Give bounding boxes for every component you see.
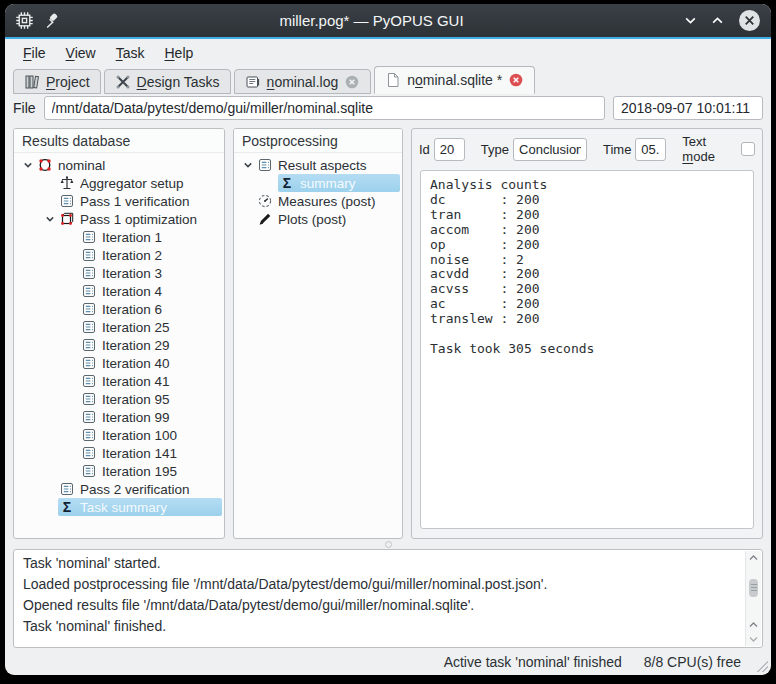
menu-item-task[interactable]: Task bbox=[108, 42, 153, 64]
tree-item-iteration-25[interactable]: Iteration 25 bbox=[14, 318, 224, 336]
tree-item-body: Pass 1 optimization bbox=[58, 210, 222, 228]
list-icon bbox=[81, 247, 97, 263]
menu-item-view[interactable]: View bbox=[58, 42, 104, 64]
tab-bar: ProjectDesign Tasksnominal.lognominal.sq… bbox=[5, 66, 771, 94]
tab-close-button[interactable] bbox=[508, 72, 524, 88]
record-content-view[interactable]: Analysis counts dc : 200 tran : 200 acco… bbox=[420, 170, 754, 529]
tree-item-task-summary[interactable]: ΣTask summary bbox=[14, 498, 224, 516]
time-field[interactable] bbox=[635, 138, 666, 161]
scrollbar-thumb[interactable] bbox=[749, 579, 758, 597]
tree-item-label: Task summary bbox=[80, 500, 167, 515]
tree-item-iteration-4[interactable]: Iteration 4 bbox=[14, 282, 224, 300]
pin-icon[interactable] bbox=[44, 13, 59, 28]
tree-item-body: Iteration 40 bbox=[80, 354, 222, 372]
tree-expander-icon[interactable] bbox=[240, 160, 256, 170]
type-label: Type bbox=[481, 142, 509, 157]
tree-item-label: Iteration 95 bbox=[102, 392, 170, 407]
scroll-up-icon[interactable] bbox=[746, 551, 761, 565]
label-part: n bbox=[407, 72, 415, 88]
record-panel: Id Type Time Text mode Analysis counts d… bbox=[411, 128, 763, 539]
tree-item-pass-1-optimization[interactable]: Pass 1 optimization bbox=[14, 210, 224, 228]
log-lines: Task 'nominal' started.Loaded postproces… bbox=[14, 550, 762, 640]
resize-grip[interactable] bbox=[756, 660, 768, 672]
tree-item-iteration-1[interactable]: Iteration 1 bbox=[14, 228, 224, 246]
label-part: elp bbox=[175, 45, 194, 61]
tree-item-body: Pass 1 verification bbox=[58, 192, 222, 210]
maximize-button[interactable] bbox=[711, 14, 724, 27]
file-bar: File bbox=[5, 94, 771, 126]
timestamp-field[interactable] bbox=[613, 96, 763, 120]
minimize-button[interactable] bbox=[684, 14, 697, 27]
tab-nominal-log[interactable]: nominal.log bbox=[234, 69, 372, 94]
tree-item-iteration-141[interactable]: Iteration 141 bbox=[14, 444, 224, 462]
list-icon bbox=[81, 445, 97, 461]
tree-item-label: Iteration 99 bbox=[102, 410, 170, 425]
close-button[interactable] bbox=[738, 9, 761, 32]
tree-item-plots-post[interactable]: Plots (post) bbox=[234, 210, 402, 228]
tree-item-iteration-195[interactable]: Iteration 195 bbox=[14, 462, 224, 480]
tree-item-iteration-95[interactable]: Iteration 95 bbox=[14, 390, 224, 408]
tree-item-body: Measures (post) bbox=[256, 192, 400, 210]
gauge-icon bbox=[257, 193, 273, 209]
tab-close-button[interactable] bbox=[344, 74, 360, 90]
tree-item-label: Iteration 141 bbox=[102, 446, 177, 461]
tree-expander-icon[interactable] bbox=[20, 160, 36, 170]
tree-item-pass-2-verification[interactable]: Pass 2 verification bbox=[14, 480, 224, 498]
scrollbar-track[interactable] bbox=[746, 565, 761, 618]
tree-item-body: ΣTask summary bbox=[58, 498, 222, 516]
list-icon bbox=[81, 319, 97, 335]
label-part: H bbox=[164, 45, 174, 61]
tree-item-iteration-41[interactable]: Iteration 41 bbox=[14, 372, 224, 390]
log-scrollbar[interactable] bbox=[745, 551, 761, 646]
tree-item-label: Iteration 3 bbox=[102, 266, 162, 281]
id-field[interactable] bbox=[434, 138, 465, 161]
postprocessing-header: Postprocessing bbox=[234, 129, 402, 153]
tab-design-tasks[interactable]: Design Tasks bbox=[104, 69, 231, 94]
sigma-icon: Σ bbox=[59, 499, 75, 515]
file-path-input[interactable] bbox=[44, 96, 605, 120]
tree-item-iteration-3[interactable]: Iteration 3 bbox=[14, 264, 224, 282]
tree-item-body: Iteration 141 bbox=[80, 444, 222, 462]
tree-item-iteration-2[interactable]: Iteration 2 bbox=[14, 246, 224, 264]
list-icon bbox=[81, 229, 97, 245]
tree-item-iteration-100[interactable]: Iteration 100 bbox=[14, 426, 224, 444]
titlebar[interactable]: miller.pog* — PyOPUS GUI bbox=[5, 4, 771, 37]
menu-item-file[interactable]: File bbox=[15, 42, 54, 64]
log-line: Opened results file '/mnt/data/Data/pyte… bbox=[23, 595, 738, 616]
record-header: Id Type Time Text mode bbox=[412, 129, 762, 167]
tree-item-nominal[interactable]: nominal bbox=[14, 156, 224, 174]
text-mode-checkbox[interactable] bbox=[741, 142, 755, 156]
pen-icon bbox=[257, 211, 273, 227]
tree-item-iteration-6[interactable]: Iteration 6 bbox=[14, 300, 224, 318]
list-icon bbox=[81, 391, 97, 407]
tree-item-iteration-40[interactable]: Iteration 40 bbox=[14, 354, 224, 372]
tree-item-pass-1-verification[interactable]: Pass 1 verification bbox=[14, 192, 224, 210]
type-field[interactable] bbox=[513, 138, 587, 161]
tree-item-result-aspects[interactable]: Result aspects bbox=[234, 156, 402, 174]
tree-item-measures-post[interactable]: Measures (post) bbox=[234, 192, 402, 210]
splitter-handle-icon bbox=[385, 541, 392, 548]
list-icon bbox=[81, 373, 97, 389]
tab-nominal-sqlite[interactable]: nominal.sqlite * bbox=[374, 66, 535, 94]
results-database-header: Results database bbox=[14, 129, 224, 153]
tree-item-summary[interactable]: Σsummary bbox=[234, 174, 402, 192]
text-mode-label: Text mode bbox=[682, 134, 737, 164]
label-part: Text bbox=[682, 134, 706, 149]
tree-expander-icon[interactable] bbox=[42, 214, 58, 224]
scroll-down-icon[interactable] bbox=[746, 632, 761, 646]
tab-project[interactable]: Project bbox=[13, 69, 101, 94]
log-panel[interactable]: Task 'nominal' started.Loaded postproces… bbox=[13, 549, 763, 648]
scroll-up-alt-icon[interactable] bbox=[746, 618, 761, 632]
menu-item-help[interactable]: Help bbox=[156, 42, 201, 64]
label-part: ode bbox=[693, 149, 715, 164]
tree-item-label: Pass 1 verification bbox=[80, 194, 190, 209]
log-line: Loaded postprocessing file '/mnt/data/Da… bbox=[23, 574, 738, 595]
tree-item-label: Iteration 40 bbox=[102, 356, 170, 371]
tree-item-aggregator-setup[interactable]: Aggregator setup bbox=[14, 174, 224, 192]
tree-item-iteration-29[interactable]: Iteration 29 bbox=[14, 336, 224, 354]
label-part: m bbox=[682, 149, 693, 164]
tree-item-iteration-99[interactable]: Iteration 99 bbox=[14, 408, 224, 426]
tree-item-body: Iteration 2 bbox=[80, 246, 222, 264]
label-part: ominal.log bbox=[274, 74, 338, 90]
horizontal-splitter[interactable] bbox=[5, 539, 771, 549]
